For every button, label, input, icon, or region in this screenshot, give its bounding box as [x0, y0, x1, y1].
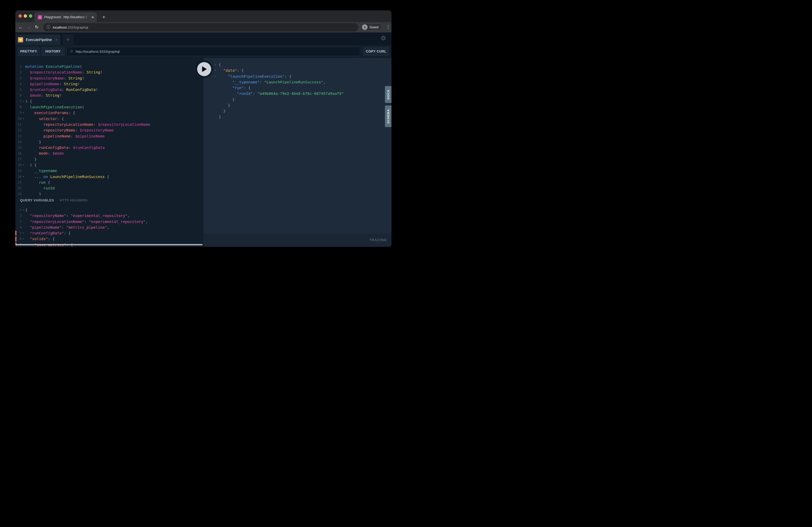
line-number: 2 [15, 70, 21, 75]
line-number: 11 [15, 122, 21, 127]
code-text: repositoryLocationName: $repositoryLocat… [25, 122, 150, 127]
variables-header: QUERY VARIABLES HTTP HEADERS [15, 195, 203, 205]
query-editor[interactable]: 1mutation ExecutePipeline(2 $repositoryL… [15, 58, 203, 195]
response-row: "run": { [214, 85, 391, 91]
fold-arrow-icon[interactable]: ▾ [21, 230, 25, 236]
horizontal-scrollbar[interactable] [16, 244, 203, 245]
variables-editor[interactable]: 1▾{2 "repositoryName": "experimental_rep… [15, 205, 203, 247]
fold-spacer [21, 104, 25, 110]
code-text: pipelineName: $pipelineName [25, 133, 105, 139]
browser-tab-strip: Playground - http://localhost:3 ✕ + [15, 10, 391, 22]
fold-spacer [21, 156, 25, 162]
browser-tab[interactable]: Playground - http://localhost:3 ✕ [34, 12, 97, 22]
code-text: launchPipelineExecution( [25, 104, 84, 110]
tab-http-headers[interactable]: HTTP HEADERS [60, 198, 88, 202]
browser-toolbar: ← → ↻ ⓘ localhost:3333/graphql Guest ⋮ [15, 22, 391, 32]
line-number: 4 [15, 81, 21, 87]
endpoint-input[interactable]: ↺ http://localhost:3333/graphql [66, 47, 360, 56]
fold-spacer [214, 79, 219, 85]
code-text: } [25, 191, 41, 195]
page-info-icon[interactable]: ⓘ [46, 25, 50, 30]
fold-spacer [21, 225, 25, 230]
schema-side-tab[interactable]: SCHEMA [385, 106, 391, 127]
line-number: 1 [15, 64, 21, 70]
fold-spacer [214, 114, 219, 120]
code-text: __typename [25, 168, 57, 174]
line-number: 2 [15, 213, 21, 219]
code-text: "repositoryLocationName": "experimental_… [25, 219, 148, 225]
code-line: 7▾) { [15, 99, 203, 104]
session-tab-close-icon[interactable]: × [55, 37, 58, 42]
line-number: 22 [15, 185, 21, 191]
code-line: 10▾ selector: { [15, 116, 203, 122]
tab-query-variables[interactable]: QUERY VARIABLES [20, 198, 54, 202]
fold-spacer [21, 133, 25, 139]
playground-new-tab-button[interactable]: + [62, 34, 74, 45]
code-line: 5 $runConfigData: RunConfigData! [15, 87, 203, 92]
code-text: "solids": { [25, 236, 55, 242]
line-number: 8 [15, 104, 21, 110]
screenshot-stage: Playground - http://localhost:3 ✕ + ← → … [0, 0, 406, 264]
code-text: } [219, 97, 235, 102]
code-line: 3 "repositoryLocationName": "experimenta… [15, 219, 203, 225]
fold-spacer [21, 70, 25, 75]
traffic-light-close[interactable] [18, 14, 22, 18]
line-number: 9 [15, 110, 21, 116]
code-text: "data": { [219, 67, 244, 73]
forward-icon[interactable]: → [25, 25, 31, 30]
code-text: $pipelineName: String! [25, 81, 80, 87]
code-text: ... on LaunchPipelineRunSuccess { [25, 174, 109, 180]
fold-arrow-icon[interactable]: ▾ [214, 74, 219, 79]
settings-gear-icon[interactable]: ⚙ [379, 34, 387, 42]
browser-new-tab-button[interactable]: + [100, 14, 107, 20]
line-number: 19 [15, 168, 21, 174]
endpoint-url: http://localhost:3333/graphql [76, 50, 120, 54]
profile-chip[interactable]: Guest [361, 24, 382, 31]
fold-spacer [21, 191, 25, 195]
fold-arrow-icon[interactable]: ▾ [21, 110, 25, 116]
browser-tab-close-icon[interactable]: ✕ [91, 15, 94, 19]
playground-session-tab[interactable]: M ExecutePipeline × [15, 34, 60, 45]
code-text: "runConfigData": { [25, 230, 71, 236]
line-number: 21 [15, 180, 21, 185]
fold-arrow-icon[interactable]: ▾ [21, 174, 25, 180]
url-bar[interactable]: ⓘ localhost:3333/graphql [43, 23, 358, 31]
execute-button[interactable] [195, 60, 213, 78]
reload-icon[interactable]: ↻ [33, 25, 40, 30]
history-button[interactable]: HISTORY [41, 47, 65, 56]
fold-spacer [21, 213, 25, 219]
query-pane: 1mutation ExecutePipeline(2 $repositoryL… [15, 58, 203, 247]
fold-spacer [214, 91, 219, 96]
fold-arrow-icon[interactable]: ▾ [21, 99, 25, 104]
traffic-light-minimize[interactable] [24, 14, 27, 18]
fold-arrow-icon[interactable]: ▾ [21, 236, 25, 242]
code-text: runId [25, 185, 55, 191]
fold-spacer [21, 75, 25, 81]
prettify-button[interactable]: PRETTIFY [17, 47, 40, 56]
code-text: } [25, 139, 41, 145]
code-text: "repositoryName": "experimental_reposito… [25, 213, 130, 219]
schema-label: SCHEMA [387, 109, 390, 124]
fold-spacer [21, 168, 25, 174]
copy-curl-button[interactable]: COPY CURL [363, 47, 389, 56]
back-icon[interactable]: ← [17, 25, 24, 30]
response-row: ▾ "data": { [214, 67, 391, 73]
line-number: 18 [15, 162, 21, 168]
code-text: mutation ExecutePipeline( [25, 64, 82, 70]
code-line: 2 "repositoryName": "experimental_reposi… [15, 213, 203, 219]
browser-menu-icon[interactable]: ⋮ [386, 24, 391, 30]
traffic-light-zoom[interactable] [29, 14, 32, 18]
fold-spacer [21, 180, 25, 185]
fold-arrow-icon[interactable]: ▾ [21, 207, 25, 213]
docs-side-tab[interactable]: DOCS [385, 86, 391, 103]
playground-toolbar: PRETTIFY HISTORY ↺ http://localhost:3333… [15, 45, 391, 58]
fold-arrow-icon[interactable]: ▾ [21, 116, 25, 122]
fold-arrow-icon[interactable]: ▾ [214, 62, 219, 67]
line-number: 3 [15, 219, 21, 225]
tracing-bar[interactable]: TRACING [203, 233, 391, 247]
code-line: 17 } [15, 156, 203, 162]
fold-arrow-icon[interactable]: ▾ [21, 162, 25, 168]
fold-spacer [21, 122, 25, 127]
fold-arrow-icon[interactable]: ▾ [214, 67, 219, 73]
code-line: 6 $mode: String! [15, 92, 203, 98]
